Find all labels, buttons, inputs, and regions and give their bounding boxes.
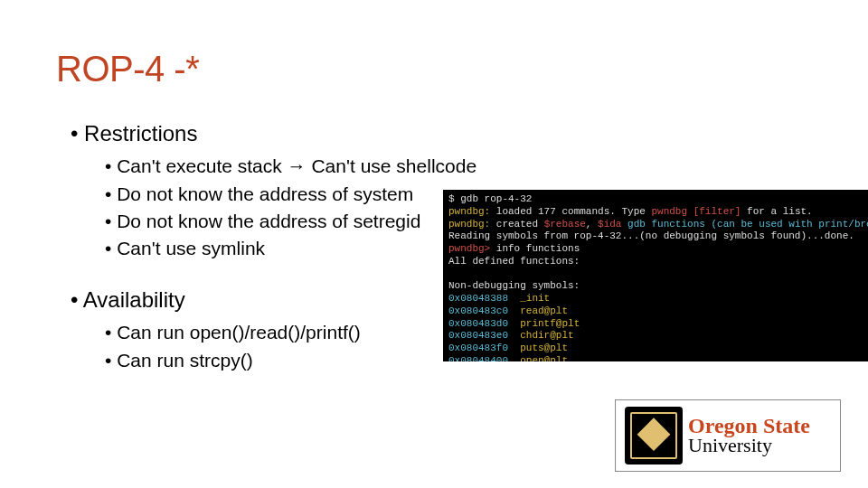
list-item: Can't use symlink bbox=[105, 236, 476, 261]
list-item: Can run open()/read()/printf() bbox=[105, 320, 476, 345]
section-heading-restrictions: Restrictions bbox=[71, 119, 476, 148]
slide: ROP-4 -* Restrictions Can't execute stac… bbox=[0, 0, 868, 488]
oregon-state-logo: Oregon State University bbox=[615, 399, 841, 472]
osu-seal-icon bbox=[625, 407, 683, 465]
list-item: Do not know the address of setregid bbox=[105, 209, 476, 234]
section-heading-availability: Availability bbox=[71, 286, 476, 314]
slide-title: ROP-4 -* bbox=[56, 49, 199, 89]
list-item: Can run strcpy() bbox=[105, 348, 476, 373]
logo-text-line2: University bbox=[688, 436, 810, 455]
slide-body: Restrictions Can't execute stack → Can't… bbox=[71, 119, 476, 375]
terminal-screenshot: $ gdb rop-4-32 pwndbg: loaded 177 comman… bbox=[443, 190, 868, 361]
list-item: Do not know the address of system bbox=[105, 182, 476, 207]
list-item: Can't execute stack → Can't use shellcod… bbox=[105, 154, 476, 179]
